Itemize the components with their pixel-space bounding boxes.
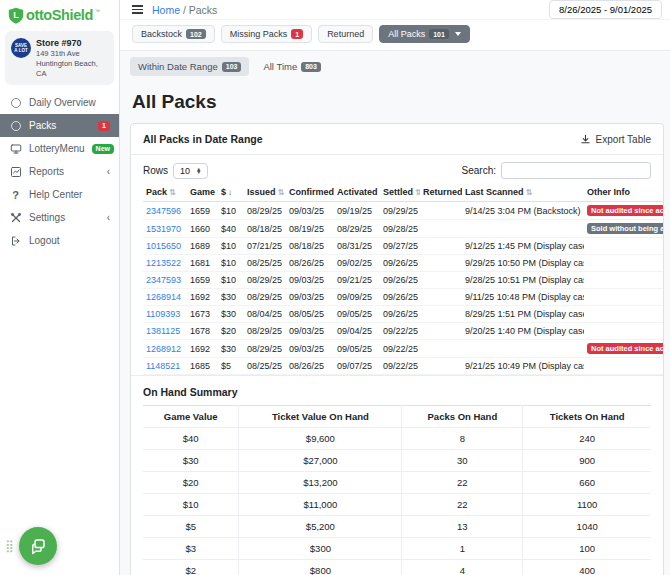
sidebar-badge: New xyxy=(92,144,114,154)
pack-link[interactable]: 1213522 xyxy=(146,258,181,268)
other-info-cell xyxy=(584,289,663,306)
column-label: Returned xyxy=(423,187,462,197)
pack-link[interactable]: 1268914 xyxy=(146,292,181,302)
packs-card: All Packs in Date Range Export Table Row… xyxy=(130,123,664,575)
sidebar-item-reports[interactable]: Reports‹ xyxy=(0,160,119,183)
pack-link[interactable]: 2347593 xyxy=(146,275,181,285)
pack-link[interactable]: 1109393 xyxy=(146,309,180,319)
table-cell: 9/14/25 3:04 PM (Backstock) xyxy=(462,202,584,220)
summary-cell: $300 xyxy=(239,538,402,560)
other-info-cell xyxy=(584,323,663,340)
column-header-last-scanned[interactable]: Last Scanned⇅ xyxy=(462,184,584,202)
tab-all-time[interactable]: All Time803 xyxy=(255,57,328,76)
packs-card-title: All Packs in Date Range xyxy=(143,133,263,145)
filter-label: Backstock xyxy=(141,29,182,39)
store-logo-line2: A LOT xyxy=(14,48,27,53)
filter-button-backstock[interactable]: Backstock102 xyxy=(132,25,215,43)
sort-icon[interactable]: ↓ xyxy=(228,188,232,197)
tab-within-date-range[interactable]: Within Date Range103 xyxy=(130,57,249,76)
pack-link[interactable]: 2347596 xyxy=(146,206,181,216)
export-table-button[interactable]: Export Table xyxy=(580,134,651,145)
chat-fab-button[interactable] xyxy=(19,527,57,565)
sidebar-badge: 1 xyxy=(98,121,110,131)
summary-cell: $5,200 xyxy=(239,516,402,538)
filter-count-badge: 1 xyxy=(291,29,303,39)
other-info-cell: Not audited since activation xyxy=(584,202,663,220)
sidebar-item-logout[interactable]: Logout xyxy=(0,229,119,252)
sidebar-item-packs[interactable]: Packs1 xyxy=(0,114,119,137)
sidebar-item-help-center[interactable]: ?Help Center xyxy=(0,183,119,206)
table-cell: 9/28/25 10:51 PM (Display case) xyxy=(462,272,584,289)
table-row: 15319701660$4008/18/2508/19/2508/29/2509… xyxy=(143,220,663,238)
table-cell xyxy=(420,340,462,358)
table-row: 12135221681$1008/25/2508/26/2509/02/2509… xyxy=(143,255,663,272)
summary-row: $20$13,20022660 xyxy=(143,472,651,494)
table-cell: 9/12/25 1:45 PM (Display case) xyxy=(462,238,584,255)
pack-link[interactable]: 1268912 xyxy=(146,344,181,354)
table-cell: 09/26/25 xyxy=(380,306,420,323)
status-badge: Not audited since activation xyxy=(587,343,663,354)
table-cell: 08/25/25 xyxy=(244,255,286,272)
summary-column-header: Game Value xyxy=(143,406,239,428)
column-header-returned[interactable]: Returned⇅ xyxy=(420,184,462,202)
column-header-other-info[interactable]: Other Info xyxy=(584,184,663,202)
download-icon xyxy=(580,134,591,145)
date-range-button[interactable]: 8/26/2025 - 9/01/2025 xyxy=(549,0,662,19)
table-cell: 1678 xyxy=(187,323,218,340)
table-cell: 1659 xyxy=(187,202,218,220)
search-input[interactable] xyxy=(501,162,651,179)
table-cell: 08/26/25 xyxy=(286,358,334,375)
summary-row: $10$11,000221100 xyxy=(143,494,651,516)
summary-cell: 22 xyxy=(402,494,523,516)
packs-table-wrap: Pack⇅Game⇅$↓Issued⇅Confirmed⇅Activated⇅S… xyxy=(131,184,663,376)
column-label: Other Info xyxy=(587,187,630,197)
filter-button-missing-packs[interactable]: Missing Packs1 xyxy=(221,25,312,43)
table-cell: 07/21/25 xyxy=(244,238,286,255)
sort-icon[interactable]: ⇅ xyxy=(415,188,420,197)
table-cell: 1660 xyxy=(187,220,218,238)
page-content: All Packs All Packs in Date Range Export… xyxy=(120,81,670,575)
rows-per-page-select[interactable]: 10 ▲▼ xyxy=(173,163,208,179)
pack-link[interactable]: 1531970 xyxy=(146,224,181,234)
column-label: Activated xyxy=(337,187,378,197)
table-cell: 09/02/25 xyxy=(334,255,380,272)
table-cell: $5 xyxy=(218,358,244,375)
column-header-issued[interactable]: Issued⇅ xyxy=(244,184,286,202)
summary-cell: 1 xyxy=(402,538,523,560)
sidebar-item-lotterymenu[interactable]: LotteryMenuNew xyxy=(0,137,119,160)
main-area: Home / Packs 8/26/2025 - 9/01/2025 Backs… xyxy=(120,0,670,575)
menu-toggle-icon[interactable] xyxy=(132,5,143,14)
breadcrumb-home-link[interactable]: Home xyxy=(152,4,180,16)
column-header-pack[interactable]: Pack⇅ xyxy=(143,184,187,202)
summary-column-header: Packs On Hand xyxy=(402,406,523,428)
sidebar-item-settings[interactable]: Settings‹ xyxy=(0,206,119,229)
table-cell xyxy=(420,358,462,375)
table-cell: 08/29/25 xyxy=(244,340,286,358)
sidebar-item-daily-overview[interactable]: Daily Overview xyxy=(0,91,119,114)
column-header-activated[interactable]: Activated⇅ xyxy=(334,184,380,202)
column-header-confirmed[interactable]: Confirmed⇅ xyxy=(286,184,334,202)
sort-icon[interactable]: ⇅ xyxy=(217,188,218,197)
sort-icon[interactable]: ⇅ xyxy=(278,188,285,197)
sort-icon[interactable]: ⇅ xyxy=(169,188,176,197)
other-info-cell xyxy=(584,255,663,272)
sort-icon[interactable]: ⇅ xyxy=(526,188,533,197)
pack-link[interactable]: 1148521 xyxy=(146,361,180,371)
drag-handle-icon[interactable]: ⣿ xyxy=(5,539,14,553)
summary-cell: $20 xyxy=(143,472,239,494)
table-cell: $30 xyxy=(218,289,244,306)
column-header-game[interactable]: Game⇅ xyxy=(187,184,218,202)
table-cell: 08/04/25 xyxy=(244,306,286,323)
tab-count-badge: 803 xyxy=(301,62,321,72)
monitor-icon xyxy=(9,143,22,155)
filter-button-all-packs[interactable]: All Packs101 xyxy=(379,25,470,43)
pack-link[interactable]: 1015650 xyxy=(146,241,181,251)
table-cell xyxy=(420,289,462,306)
filter-button-returned[interactable]: Returned xyxy=(318,25,373,43)
summary-cell: $5 xyxy=(143,516,239,538)
pack-link[interactable]: 1381125 xyxy=(146,326,180,336)
table-cell: 09/03/25 xyxy=(286,272,334,289)
column-header-settled[interactable]: Settled⇅ xyxy=(380,184,420,202)
column-header-value[interactable]: $↓ xyxy=(218,184,244,202)
table-cell: 1681 xyxy=(187,255,218,272)
